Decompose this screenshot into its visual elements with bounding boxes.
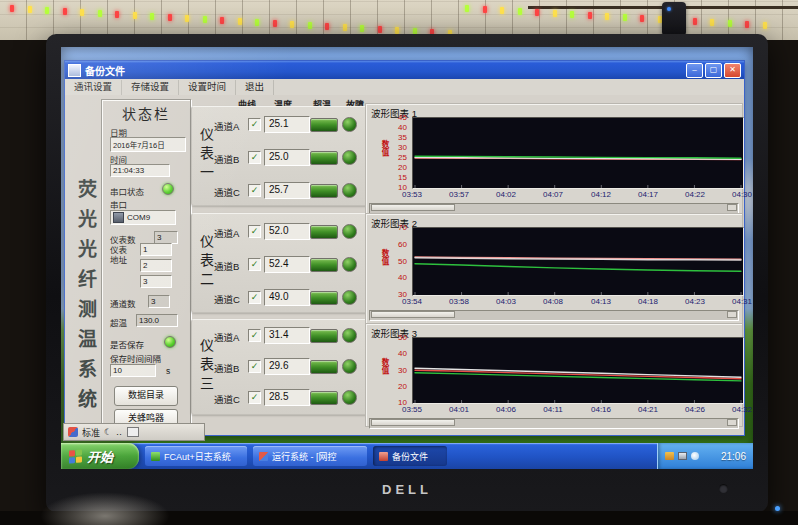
meter-addr-3[interactable]: 3: [140, 275, 172, 288]
scrollbar-thumb[interactable]: [371, 311, 455, 318]
x-tick-label: 03:55: [394, 405, 430, 414]
channel-label: 通道B: [214, 361, 239, 375]
channel-checkbox[interactable]: ✓: [248, 329, 261, 342]
ime-bar: 标准 ☾ ‥: [63, 423, 205, 441]
panel-led: [483, 6, 487, 13]
panel-led: [465, 5, 469, 12]
tray-clock: 21:06: [721, 451, 746, 462]
serial-status-led: [162, 183, 174, 195]
series-通道C: [415, 264, 741, 272]
instrument-name: 仪表三: [196, 338, 216, 395]
channel-value: 52.0: [264, 223, 310, 240]
tray-app-icon[interactable]: [665, 452, 674, 460]
overtemp-bar-led: [310, 291, 338, 305]
data-dir-button[interactable]: 数据目录: [114, 386, 178, 406]
panel-led: [255, 19, 259, 26]
x-tick-label: 04:07: [535, 190, 571, 199]
tray-volume-icon[interactable]: [691, 452, 699, 460]
x-tick-label: 04:32: [724, 405, 753, 414]
monitor-power-button[interactable]: [719, 484, 728, 493]
scrollbar-thumb[interactable]: [371, 419, 455, 426]
windows-flag-icon: [69, 449, 82, 463]
panel-led: [623, 14, 627, 21]
panel-led: [308, 22, 312, 29]
channel-checkbox[interactable]: ✓: [248, 225, 261, 238]
maximize-button[interactable]: ▢: [705, 63, 722, 78]
menu-item-0[interactable]: 通讯设置: [65, 80, 122, 95]
panel-led: [693, 18, 697, 25]
panel-led: [763, 22, 767, 29]
meter-addr-2[interactable]: 2: [140, 259, 172, 272]
y-tick-label: 25: [385, 153, 407, 162]
paper-on-desk: [40, 492, 170, 525]
scrollbar-thumb[interactable]: [371, 204, 455, 211]
x-tick-label: 04:23: [677, 297, 713, 306]
scrollbar-arrow[interactable]: [727, 311, 737, 318]
panel-led: [378, 26, 382, 33]
minimize-button[interactable]: –: [686, 63, 703, 78]
scrollbar-arrow[interactable]: [727, 204, 737, 211]
scrollbar-arrow[interactable]: [727, 419, 737, 426]
overtemp-bar-led: [310, 258, 338, 272]
serial-port-select[interactable]: COM9: [110, 210, 176, 225]
start-button[interactable]: 开始: [61, 443, 139, 469]
taskbar-item-2[interactable]: 备份文件: [373, 446, 447, 466]
titlebar[interactable]: 备份文件 – ▢ ✕: [65, 61, 744, 79]
overtemp-value[interactable]: 130.0: [136, 314, 178, 327]
channel-checkbox[interactable]: ✓: [248, 118, 261, 131]
panel-led: [185, 15, 189, 22]
screen: 备份文件 – ▢ ✕ 通讯设置存储设置设置时间退出 荧光光纤测温系统 状态栏 日…: [61, 47, 753, 469]
x-tick-label: 04:18: [630, 297, 666, 306]
serial-label: 串口: [110, 198, 127, 210]
dots-icon[interactable]: ‥: [116, 427, 123, 437]
channel-label: 通道A: [214, 119, 239, 133]
panel-led: [710, 19, 714, 26]
meter-addr-1[interactable]: 1: [140, 243, 172, 256]
panel-led: [605, 13, 609, 20]
serial-port-icon: [113, 212, 124, 223]
save-led: [164, 336, 176, 348]
channel-checkbox[interactable]: ✓: [248, 184, 261, 197]
x-tick-label: 04:26: [677, 405, 713, 414]
menu-item-2[interactable]: 设置时间: [179, 80, 236, 95]
status-panel-title: 状态栏: [102, 103, 190, 123]
waveform-plot-2: [412, 227, 744, 296]
meter-count-label: 仪表数: [110, 233, 136, 245]
channel-checkbox[interactable]: ✓: [248, 151, 261, 164]
channel-checkbox[interactable]: ✓: [248, 360, 261, 373]
x-tick-label: 03:53: [394, 190, 430, 199]
chart-scrollbar[interactable]: [369, 418, 739, 429]
chart-block-3: 波形图表 3数值504030201003:5504:0104:0604:1104…: [365, 323, 743, 427]
panel-led: [658, 16, 662, 23]
ime-label[interactable]: 标准: [82, 426, 100, 439]
series-通道B: [415, 368, 741, 377]
menu-item-3[interactable]: 退出: [236, 80, 274, 95]
moon-icon[interactable]: ☾: [104, 427, 112, 437]
channel-value: 25.0: [264, 149, 310, 166]
channel-label: 通道A: [214, 226, 239, 240]
channel-checkbox[interactable]: ✓: [248, 291, 261, 304]
panel-led: [133, 12, 137, 19]
channel-checkbox[interactable]: ✓: [248, 258, 261, 271]
x-tick-label: 03:57: [441, 190, 477, 199]
app-name-vertical: 荧光光纤测温系统: [72, 179, 99, 419]
close-button[interactable]: ✕: [724, 63, 741, 78]
channel-checkbox[interactable]: ✓: [248, 391, 261, 404]
panel-led: [395, 27, 399, 34]
menu-item-1[interactable]: 存储设置: [122, 80, 179, 95]
save-interval-label: 保存时间间隔: [110, 352, 161, 364]
tray-display-icon[interactable]: [678, 452, 687, 460]
save-interval-value[interactable]: 10: [110, 364, 156, 377]
y-tick-label: 40: [385, 123, 407, 132]
panel-led: [28, 6, 32, 13]
keyboard-icon[interactable]: [127, 427, 139, 437]
x-tick-label: 03:54: [394, 297, 430, 306]
chart-scrollbar[interactable]: [369, 310, 739, 321]
taskbar-item-1[interactable]: 运行系统 - [网控: [253, 446, 367, 466]
channel-count-label: 通道数: [110, 297, 136, 309]
channel-value: 28.5: [264, 389, 310, 406]
x-tick-label: 04:17: [630, 190, 666, 199]
ime-mode-icon[interactable]: [68, 427, 78, 437]
fault-round-led: [342, 224, 357, 239]
taskbar-item-0[interactable]: FCAut+日志系统: [145, 446, 247, 466]
